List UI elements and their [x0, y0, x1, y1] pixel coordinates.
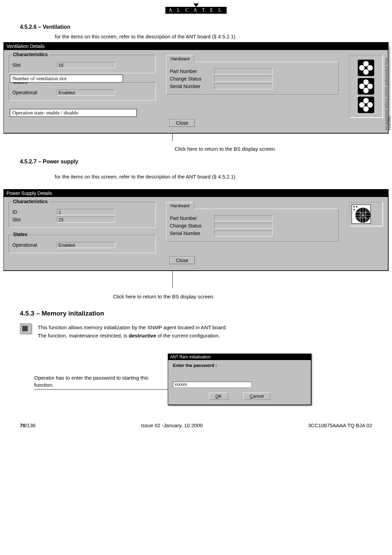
cancel-button[interactable]: Cancel	[243, 393, 270, 400]
memory-p2c: of the current configuration.	[156, 333, 220, 338]
part-number-field[interactable]	[214, 68, 273, 74]
id-label: ID	[12, 209, 57, 215]
memory-p2: The function, maintenance restricted, is…	[38, 332, 227, 340]
fan-icon	[358, 78, 374, 95]
part-number-label: Part Number	[170, 215, 214, 221]
operational-field[interactable]: Enabled	[57, 242, 115, 248]
power-titlebar: Power Supply Details	[4, 189, 388, 197]
brand-text: A L C A T E L	[165, 7, 227, 14]
power-supply-dialog: Power Supply Details Characteristics ID …	[3, 189, 389, 271]
psu-icon	[352, 205, 371, 224]
page-footer: 70/136 Issue 02 -January, 10 2000 3CC108…	[20, 422, 372, 428]
operational-label: Operational	[12, 90, 57, 95]
svg-point-11	[353, 209, 355, 210]
characteristics-legend: Characteristics	[12, 199, 49, 204]
part-number-label: Part Number	[170, 69, 214, 74]
slot-label: Slot	[12, 62, 57, 68]
fan-icon	[358, 97, 374, 113]
footer-issue: Issue 02 -January, 10 2000	[141, 422, 203, 428]
memory-p2b: destructive	[129, 333, 156, 338]
operational-field[interactable]: Enabled	[57, 89, 115, 96]
serial-number-label: Serial Number	[170, 231, 214, 236]
psu-icon-panel	[349, 202, 383, 226]
footer-doc-id: 3CC10875AAAA TQ BJA 02	[308, 422, 372, 428]
password-dialog: ANT Ram initialisation Enter the passwor…	[168, 354, 312, 405]
ventilation-dialog: Ventilation Details Characteristics Slot…	[3, 42, 389, 134]
memory-p1: This function allows memory initializati…	[38, 323, 227, 332]
id-field[interactable]: 1	[57, 209, 115, 215]
caption-vent: Click here to return to the BS display s…	[175, 146, 389, 152]
slot-field[interactable]: 15	[57, 62, 115, 68]
callout-opstate: Operation state: enable / disable	[10, 109, 137, 117]
svg-rect-9	[353, 206, 355, 207]
serial-number-field[interactable]	[214, 83, 273, 89]
heading-4527: 4.5.2.7 – Power supply	[20, 159, 389, 165]
part-number-field[interactable]	[214, 215, 273, 221]
hardware-panel: Part Number Change Status Serial Number	[166, 209, 339, 242]
serial-number-label: Serial Number	[170, 84, 214, 89]
password-input[interactable]: xxxxxx	[173, 382, 252, 388]
change-status-label: Change Status	[170, 76, 214, 82]
intro-4527: for the items on this screen, refer to t…	[55, 174, 389, 180]
callout-slot: Number of ventilation slot	[10, 75, 123, 83]
slot-field[interactable]: 25	[57, 217, 115, 223]
svg-rect-10	[356, 206, 357, 207]
close-button[interactable]: Close	[169, 119, 195, 127]
memory-p2a: The function, maintenance restricted, is	[38, 333, 129, 338]
password-prompt: Enter the password :	[173, 363, 306, 368]
operational-label: Operational	[12, 242, 57, 248]
ok-button[interactable]: OK	[209, 393, 228, 400]
page-number-current: 70	[20, 422, 26, 428]
intro-4526: for the items on this screen, refer to t…	[55, 34, 389, 39]
callout-password: Operator has to enter the password to st…	[34, 374, 168, 388]
heading-453: 4.5.3 – Memory initalization	[20, 310, 389, 317]
hardware-tab[interactable]: Hardware	[166, 202, 194, 209]
hardware-tab[interactable]: Hardware	[166, 55, 194, 62]
fan-icon-panel	[349, 55, 383, 118]
heading-4526: 4.5.2.6 – Ventilation	[20, 24, 389, 30]
slot-label: Slot	[12, 217, 57, 222]
characteristics-legend: Characteristics	[12, 52, 49, 57]
serial-number-field[interactable]	[214, 230, 273, 236]
memory-text: This function allows memory initializati…	[38, 323, 227, 340]
side-copyright: not permitted without written authorizat…	[384, 46, 390, 130]
hardware-panel: Part Number Change Status Serial Number	[166, 62, 339, 95]
states-legend: States	[12, 232, 29, 237]
password-titlebar: ANT Ram initialisation	[168, 354, 311, 360]
ventilation-titlebar: Ventilation Details	[4, 42, 388, 50]
brand-logo: A L C A T E L	[3, 7, 389, 14]
fan-icon	[358, 60, 374, 76]
change-status-field[interactable]	[214, 76, 273, 82]
change-status-label: Change Status	[170, 223, 214, 229]
change-status-field[interactable]	[214, 223, 273, 229]
caption-power: Click here to return to the BS display s…	[113, 294, 389, 299]
memory-init-icon	[20, 323, 31, 334]
close-button[interactable]: Close	[169, 257, 195, 264]
page-number-total: /136	[26, 422, 36, 428]
